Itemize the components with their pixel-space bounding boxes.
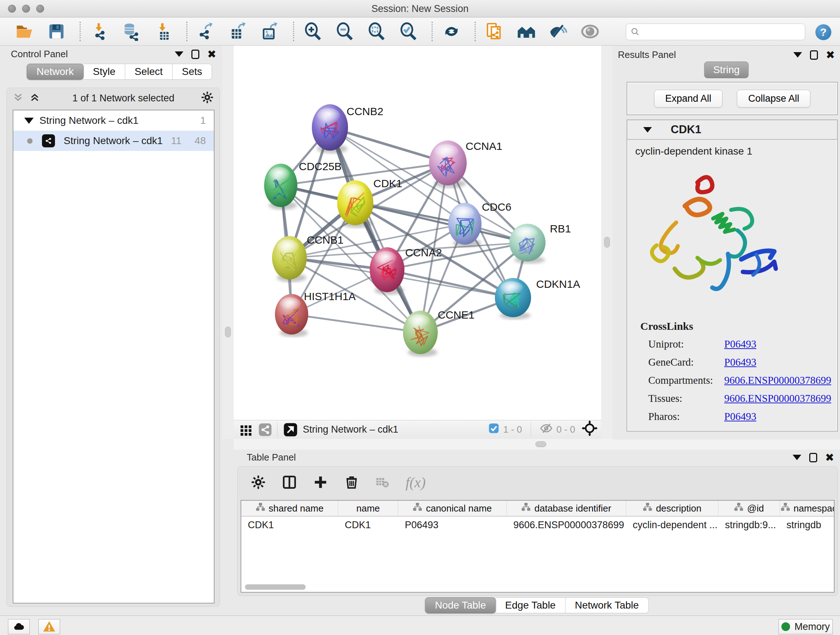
tab-network[interactable]: Network xyxy=(27,64,84,80)
network-options-gear-icon[interactable] xyxy=(201,91,214,105)
export-table-button[interactable] xyxy=(227,21,249,42)
zoom-out-button[interactable] xyxy=(334,21,355,42)
network-row-selected[interactable]: String Network – cdk1 11 48 xyxy=(13,131,214,151)
tab-select[interactable]: Select xyxy=(125,64,172,80)
collapse-panel-icon[interactable] xyxy=(793,52,802,57)
column-header-canonical-name[interactable]: canonical name xyxy=(398,501,507,516)
network-node-CCNA1[interactable] xyxy=(429,141,467,188)
network-node-CCNB1[interactable] xyxy=(272,236,307,282)
float-panel-icon[interactable] xyxy=(809,453,817,462)
column-header-description[interactable]: description xyxy=(626,501,718,516)
protein-header-row[interactable]: CDK1 xyxy=(627,120,837,140)
delete-table-icon[interactable] xyxy=(375,475,390,489)
table-horizontal-scrollbar[interactable] xyxy=(245,584,306,590)
column-header-shared-name[interactable]: shared name xyxy=(241,501,338,516)
string-view-icon[interactable] xyxy=(258,423,272,437)
horizontal-splitter[interactable] xyxy=(234,439,840,450)
table-options-gear-icon[interactable] xyxy=(251,475,266,490)
column-header-namespac[interactable]: namespac xyxy=(780,501,835,516)
table-cell[interactable]: stringdb:9... xyxy=(718,519,780,531)
network-collection-row[interactable]: String Network – cdk1 1 xyxy=(13,111,214,131)
column-header--id[interactable]: @id xyxy=(718,501,780,516)
show-graphics-details-icon[interactable] xyxy=(579,21,601,42)
import-table-button[interactable] xyxy=(152,21,174,42)
table-row[interactable]: CDK1CDK1P064939606.ENSP00000378699cyclin… xyxy=(241,516,834,533)
zoom-in-button[interactable] xyxy=(302,21,324,42)
horizontal-splitter-handle[interactable] xyxy=(535,441,546,447)
collapse-panel-icon[interactable] xyxy=(793,455,801,460)
birds-eye-view-icon[interactable] xyxy=(283,423,298,437)
save-session-button[interactable] xyxy=(46,21,67,42)
delete-column-icon[interactable] xyxy=(344,475,359,490)
collapse-panel-icon[interactable] xyxy=(175,51,183,57)
close-panel-icon[interactable]: ✖ xyxy=(825,453,834,462)
table-cell[interactable]: 9606.ENSP00000378699 xyxy=(507,519,626,531)
close-panel-icon[interactable]: ✖ xyxy=(207,50,216,59)
memory-button[interactable]: Memory xyxy=(778,619,833,634)
network-node-CDKN1A[interactable] xyxy=(495,278,531,319)
import-network-button[interactable] xyxy=(88,21,111,42)
tab-network-table[interactable]: Network Table xyxy=(565,597,649,613)
crosslink-link[interactable]: P06493 xyxy=(724,356,756,368)
apply-layout-button[interactable] xyxy=(441,21,462,42)
float-panel-icon[interactable] xyxy=(191,50,199,59)
network-node-CCNA2[interactable] xyxy=(370,247,404,295)
cloud-status-button[interactable] xyxy=(8,619,30,634)
table-cell[interactable]: P06493 xyxy=(398,519,507,531)
zoom-selected-button[interactable] xyxy=(398,21,419,42)
column-header-database-identifier[interactable]: database identifier xyxy=(507,501,626,516)
network-node-RB1[interactable] xyxy=(509,224,546,264)
selected-checkbox-icon[interactable] xyxy=(488,423,500,437)
zoom-fit-button[interactable] xyxy=(366,21,387,42)
table-cell[interactable]: cyclin-dependent ... xyxy=(626,519,718,531)
table-cell[interactable]: stringdb xyxy=(780,519,835,531)
search-box[interactable] xyxy=(626,24,805,40)
tab-edge-table[interactable]: Edge Table xyxy=(496,597,565,613)
network-node-HIST1H1A[interactable] xyxy=(275,294,308,337)
network-node-CDC6[interactable] xyxy=(448,203,482,247)
collapse-all-button[interactable]: Collapse All xyxy=(737,90,810,108)
crosslink-link[interactable]: 9606.ENSP00000378699 xyxy=(724,393,831,404)
network-node-CCNB2[interactable] xyxy=(312,104,348,154)
string-network-graph[interactable]: CCNB2CCNA1CDC25BCDK1CDC6RB1CCNB1CCNA2CDK… xyxy=(234,46,601,420)
tab-string[interactable]: String xyxy=(704,62,748,78)
hide-glass-effect-icon[interactable] xyxy=(547,21,569,42)
expand-all-button[interactable]: Expand All xyxy=(654,90,723,108)
network-edge[interactable] xyxy=(292,314,420,333)
left-splitter[interactable] xyxy=(222,46,234,439)
tab-node-table[interactable]: Node Table xyxy=(425,597,496,613)
collapse-all-networks-icon[interactable] xyxy=(29,92,40,104)
collapse-protein-icon[interactable] xyxy=(643,127,652,133)
column-header-name[interactable]: name xyxy=(338,501,398,516)
network-node-CDK1[interactable] xyxy=(337,180,373,228)
network-edge[interactable] xyxy=(387,270,513,298)
crosslink-link[interactable]: P06493 xyxy=(724,410,756,423)
network-canvas[interactable]: CCNB2CCNA1CDC25BCDK1CDC6RB1CCNB1CCNA2CDK… xyxy=(234,46,601,420)
close-panel-icon[interactable]: ✖ xyxy=(826,50,835,60)
show-columns-icon[interactable] xyxy=(282,475,297,490)
tab-style[interactable]: Style xyxy=(84,64,125,80)
warnings-button[interactable] xyxy=(38,619,60,634)
export-network-button[interactable] xyxy=(195,21,217,42)
search-input[interactable] xyxy=(643,27,805,37)
hidden-eye-icon[interactable] xyxy=(540,422,553,437)
crosslink-link[interactable]: 9606.ENSP00000378699 xyxy=(724,374,831,386)
home-networks-icon[interactable] xyxy=(515,21,537,42)
crosslink-link[interactable]: P06493 xyxy=(724,338,756,350)
right-splitter[interactable] xyxy=(601,46,613,439)
tab-sets[interactable]: Sets xyxy=(172,64,212,80)
tree-expand-icon[interactable] xyxy=(24,118,34,124)
import-network-from-database-button[interactable] xyxy=(120,21,142,42)
export-image-button[interactable] xyxy=(259,21,281,42)
network-node-CCNE1[interactable] xyxy=(403,310,438,356)
table-cell[interactable]: CDK1 xyxy=(241,519,338,531)
add-column-icon[interactable] xyxy=(313,475,328,490)
float-panel-icon[interactable] xyxy=(810,50,818,60)
fit-selected-crosshair-icon[interactable] xyxy=(582,420,598,439)
function-builder-icon[interactable]: f(x) xyxy=(406,474,426,491)
right-splitter-handle[interactable] xyxy=(604,237,610,248)
string-protein-query-icon[interactable] xyxy=(484,21,505,42)
network-node-CDC25B[interactable] xyxy=(264,164,297,210)
open-session-button[interactable] xyxy=(14,21,35,42)
help-button[interactable]: ? xyxy=(815,24,831,40)
